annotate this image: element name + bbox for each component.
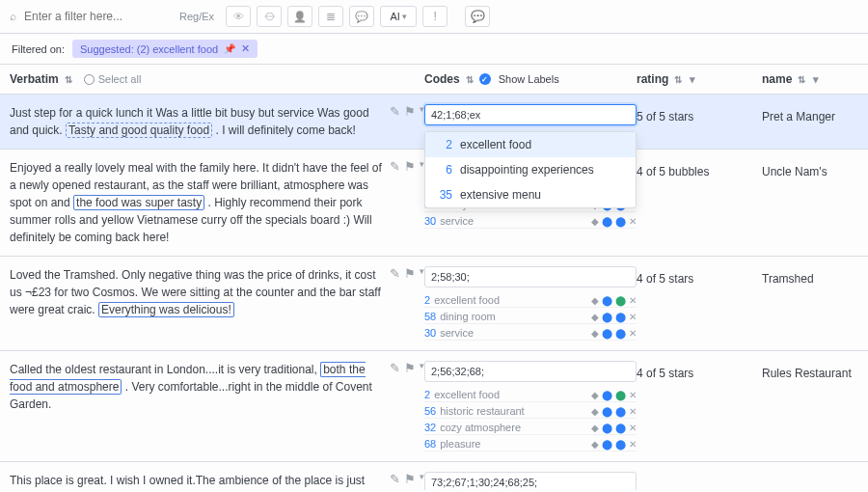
comment-icon[interactable]: ✎ (390, 104, 400, 119)
thumb-up-icon[interactable]: ⬤ (602, 312, 612, 322)
comment-button[interactable]: 💬 (465, 6, 490, 27)
regex-toggle[interactable]: Reg/Ex (179, 11, 214, 22)
lines-button[interactable] (318, 6, 343, 27)
thumb-down-icon[interactable]: ⬤ (615, 295, 626, 306)
table-row[interactable]: This place is great. I wish I owned it.T… (0, 462, 868, 490)
thumb-down-icon[interactable]: ⬤ (615, 328, 626, 339)
verbatim-cell: Loved the Tramshed. Only negative thing … (10, 266, 424, 341)
highlight-span[interactable]: Tasty and good quality food (66, 123, 212, 138)
highlight-span[interactable]: Everything was delicious! (98, 302, 234, 317)
thumb-down-icon[interactable]: ⬤ (615, 390, 626, 400)
name-cell (762, 472, 868, 490)
filter-icon[interactable]: ▾ (690, 73, 695, 86)
code-num: 56 (424, 405, 436, 417)
remove-code-icon[interactable]: ✕ (629, 328, 637, 339)
name-cell: Rules Restaurant (762, 361, 868, 451)
filter-input[interactable] (22, 9, 148, 24)
header-rating[interactable]: rating ⇅ ▾ (637, 72, 762, 86)
codes-input[interactable] (424, 361, 637, 382)
chat-icon (355, 10, 368, 23)
diamond-icon[interactable]: ◆ (591, 295, 599, 306)
thumb-up-icon[interactable]: ⬤ (602, 423, 612, 433)
verbatim-text: This place is great. I wish I owned it.T… (10, 472, 382, 490)
highlight-span[interactable]: both the food and atmosphere (10, 362, 366, 395)
remove-code-icon[interactable]: ✕ (629, 312, 637, 322)
verbatim-text: Just step for a quick lunch it Was a lit… (10, 104, 382, 139)
ai-dropdown[interactable]: AI (380, 6, 417, 27)
remove-filter-icon[interactable]: ✕ (241, 42, 250, 55)
rating-cell: 4 of 5 stars (637, 361, 762, 451)
suggest-item[interactable]: 2excellent food (425, 132, 636, 157)
remove-code-icon[interactable]: ✕ (629, 406, 637, 417)
highlight-span[interactable]: the food was super tasty (73, 195, 204, 210)
thumb-up-icon[interactable]: ⬤ (602, 406, 612, 417)
code-num: 58 (424, 311, 436, 322)
remove-code-icon[interactable]: ✕ (629, 439, 637, 450)
flag-icon[interactable]: ⚑ (404, 104, 416, 119)
header-codes[interactable]: Codes ⇅ ✓ Show Labels (424, 72, 637, 86)
remove-code-icon[interactable]: ✕ (629, 216, 637, 227)
thumb-down-icon[interactable]: ⬤ (615, 439, 626, 450)
remove-code-icon[interactable]: ✕ (629, 295, 637, 306)
thumb-up-icon[interactable]: ⬤ (602, 295, 612, 306)
thumb-up-icon[interactable]: ⬤ (602, 439, 612, 450)
filter-icon[interactable]: ▾ (813, 73, 819, 86)
show-labels-check-icon[interactable]: ✓ (479, 73, 491, 85)
thumb-down-icon[interactable]: ⬤ (615, 423, 626, 433)
comment-icon[interactable]: ✎ (390, 266, 400, 281)
suggest-item[interactable]: 6disappointing experiences (425, 157, 636, 182)
show-visible-button[interactable] (226, 6, 251, 27)
code-num: 30 (424, 327, 436, 339)
flag-icon[interactable]: ⚑ (404, 266, 416, 281)
user-icon (293, 10, 307, 23)
sort-icon[interactable]: ⇅ (466, 74, 474, 85)
codes-suggest-dropdown: 2excellent food6disappointing experience… (424, 131, 637, 208)
thumb-up-icon[interactable]: ⬤ (602, 390, 612, 400)
flag-icon[interactable]: ⚑ (404, 159, 416, 174)
thumb-down-icon[interactable]: ⬤ (615, 312, 626, 322)
diamond-icon[interactable]: ◆ (591, 423, 599, 433)
pin-icon[interactable]: 📌 (224, 43, 235, 54)
thumb-down-icon[interactable]: ⬤ (615, 406, 626, 417)
thumb-down-icon[interactable]: ⬤ (615, 216, 626, 227)
codes-cell (424, 472, 637, 490)
suggest-item[interactable]: 35extensive menu (425, 182, 636, 207)
thumb-up-icon[interactable]: ⬤ (602, 216, 612, 227)
sort-icon[interactable]: ⇅ (674, 74, 682, 85)
table-row[interactable]: Just step for a quick lunch it Was a lit… (0, 95, 868, 150)
table-row[interactable]: Called the oldest restaurant in London..… (0, 351, 868, 462)
comment-icon[interactable]: ✎ (390, 472, 400, 486)
alert-button[interactable] (422, 6, 448, 27)
diamond-icon[interactable]: ◆ (591, 216, 599, 227)
header-name-label: name (762, 72, 792, 86)
remove-code-icon[interactable]: ✕ (629, 390, 637, 400)
hide-button[interactable] (257, 6, 282, 27)
code-list: 2 excellent food◆⬤⬤✕56 historic restaura… (424, 388, 637, 451)
flag-icon[interactable]: ⚑ (404, 472, 416, 486)
select-all[interactable]: Select all (84, 73, 142, 85)
codes-input[interactable] (424, 472, 637, 490)
header-verbatim[interactable]: Verbatim ⇅ Select all (10, 72, 424, 86)
flag-icon[interactable]: ⚑ (404, 361, 416, 375)
filter-chip[interactable]: Suggested: (2) excellent food 📌 ✕ (72, 40, 258, 58)
thumb-up-icon[interactable]: ⬤ (602, 328, 612, 339)
filter-input-wrap (10, 9, 174, 24)
comment-icon[interactable]: ✎ (390, 159, 400, 174)
diamond-icon[interactable]: ◆ (591, 390, 599, 400)
remove-code-icon[interactable]: ✕ (629, 423, 637, 433)
diamond-icon[interactable]: ◆ (591, 439, 599, 450)
chat-button[interactable] (349, 6, 374, 27)
show-labels-toggle[interactable]: Show Labels (499, 73, 559, 85)
codes-input[interactable] (424, 104, 637, 125)
verbatim-cell: Called the oldest restaurant in London..… (10, 361, 424, 451)
user-filter-button[interactable] (287, 6, 312, 27)
sort-icon[interactable]: ⇅ (798, 74, 805, 85)
header-name[interactable]: name ⇅ ▾ (762, 72, 868, 86)
diamond-icon[interactable]: ◆ (591, 328, 599, 339)
table-row[interactable]: Loved the Tramshed. Only negative thing … (0, 257, 868, 351)
diamond-icon[interactable]: ◆ (591, 312, 599, 322)
codes-input[interactable] (424, 266, 637, 287)
comment-icon[interactable]: ✎ (390, 361, 400, 375)
diamond-icon[interactable]: ◆ (591, 406, 599, 417)
sort-icon[interactable]: ⇅ (65, 74, 72, 85)
